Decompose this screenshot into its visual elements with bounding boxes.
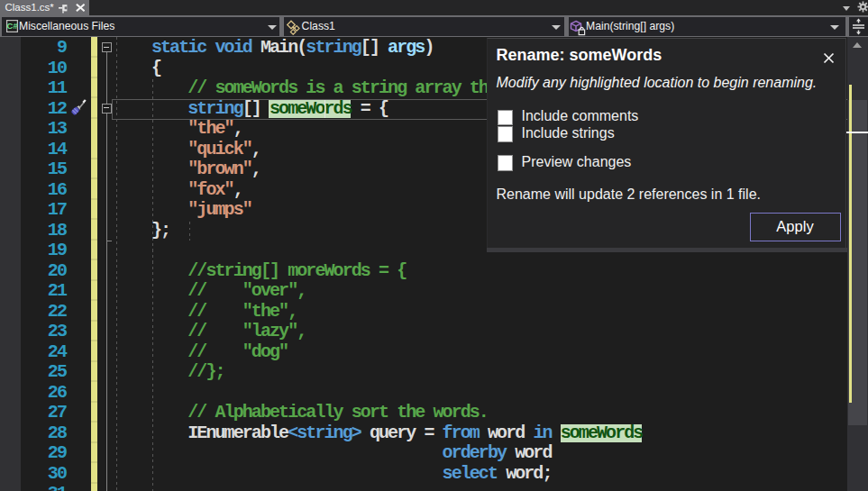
svg-text:C#: C#	[7, 21, 18, 31]
